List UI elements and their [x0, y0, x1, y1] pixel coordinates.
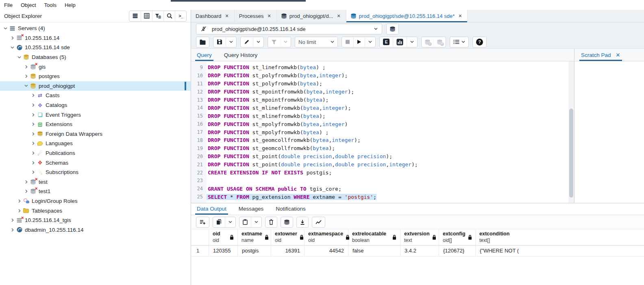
stop-button[interactable] [342, 37, 353, 47]
expander-icon[interactable] [9, 228, 15, 232]
cell-extcondition[interactable]: {"WHERE NOT ( [476, 246, 644, 256]
explain-analyze-button[interactable] [393, 37, 407, 47]
tree-item-subscriptions[interactable]: ☄Subscriptions [0, 168, 191, 177]
tree-item-catalogs[interactable]: ❖Catalogs [0, 100, 191, 110]
delete-row-button[interactable] [265, 217, 277, 227]
new-connection-button[interactable] [386, 24, 399, 35]
row-number-cell[interactable]: 1 [191, 246, 209, 256]
tree-item-casts[interactable]: ⇄Casts [0, 91, 191, 100]
paste-options-button[interactable] [251, 217, 261, 227]
save-options-button[interactable] [226, 37, 236, 47]
tree-item-foreign-data-wrappers[interactable]: Foreign Data Wrappers [0, 129, 191, 139]
cell-extowner[interactable]: 16391 [271, 246, 305, 256]
graph-visualiser-button[interactable] [312, 217, 325, 227]
column-header-extconfig[interactable]: extconfigoid[] [439, 229, 476, 245]
tree-item-10-255-116-14[interactable]: ✕10.255.116.14 [0, 33, 191, 43]
expander-icon[interactable] [23, 65, 29, 69]
tab-query-history[interactable]: Query History [223, 50, 259, 61]
tree-item-login-group-roles[interactable]: Login/Group Roles [0, 196, 191, 206]
filter-button[interactable] [268, 37, 280, 47]
tab-dashboard[interactable]: Dashboard✕ [191, 10, 235, 22]
expander-icon[interactable] [16, 209, 22, 213]
menu-item-tools[interactable]: Tools [44, 2, 57, 8]
column-header-extowner[interactable]: extowneroid [271, 229, 305, 245]
expander-icon[interactable] [30, 122, 36, 126]
add-row-button[interactable] [196, 217, 209, 227]
edit-button[interactable] [241, 37, 253, 47]
explain-options-button[interactable] [407, 37, 417, 47]
expander-icon[interactable] [16, 56, 22, 59]
copy-button[interactable] [213, 217, 225, 227]
expander-icon[interactable] [23, 74, 29, 78]
expander-icon[interactable] [9, 46, 15, 49]
tab-query[interactable]: Query [196, 50, 213, 61]
connection-select[interactable]: prod_ohiogigpt/sde@10.255.116.14 sde [196, 24, 382, 35]
tab-messages[interactable]: Messages [238, 203, 265, 215]
expander-icon[interactable] [30, 113, 36, 117]
tab-scratch-pad[interactable]: Scratch Pad ✕ [580, 49, 621, 61]
expander-icon[interactable] [23, 85, 29, 87]
save-button[interactable] [213, 37, 226, 47]
tree-item-publications[interactable]: ☄Publications [0, 148, 191, 158]
download-button[interactable] [297, 217, 308, 227]
tree-item-10-255-116-14-tgis[interactable]: ✕10.255.116.14_tgis [0, 215, 191, 225]
expander-icon[interactable] [30, 94, 36, 97]
filter-options-button[interactable] [280, 37, 291, 47]
tree-item-event-triggers[interactable]: ❏Event Triggers [0, 110, 191, 120]
tree-item-servers-4-[interactable]: Servers (4) [0, 24, 191, 33]
close-icon[interactable]: ✕ [457, 13, 463, 20]
psql-tool-button[interactable]: >_ [175, 11, 186, 21]
expander-icon[interactable] [30, 170, 36, 174]
scratch-pad-content[interactable] [574, 61, 644, 203]
tab-notifications[interactable]: Notifications [275, 203, 307, 215]
filtered-rows-button[interactable] [152, 11, 163, 21]
save-data-button[interactable] [281, 217, 293, 227]
sql-editor[interactable]: 9DROP FUNCTION st_linefromwkb(bytea) ;10… [191, 61, 574, 203]
close-icon[interactable]: ✕ [616, 52, 620, 58]
editor-scrollbar-thumb[interactable] [569, 109, 573, 198]
cell-extversion[interactable]: 3.4.2 [400, 246, 439, 256]
help-button[interactable]: ? [473, 37, 486, 47]
column-header-extname[interactable]: extnamename [238, 229, 271, 245]
expander-icon[interactable] [30, 132, 36, 136]
tree-item-prod-ohiogigpt[interactable]: prod_ohiogigpt [0, 81, 191, 91]
copy-options-button[interactable] [225, 217, 235, 227]
tab-processes[interactable]: Processes✕ [235, 10, 277, 22]
tab-prod-ohiogigpt-d-[interactable]: prod_ohiogigpt/d...✕ [277, 10, 346, 22]
close-icon[interactable]: ✕ [224, 13, 230, 20]
tree-item-databases-5-[interactable]: Databases (5) [0, 52, 191, 62]
menu-item-help[interactable]: Help [65, 2, 76, 8]
tree-item-gis[interactable]: ✕gis [0, 62, 191, 72]
expander-icon[interactable] [2, 27, 9, 30]
tree-item-dbadmin-10-255-116-14[interactable]: dbadmin_10.255.116.14 [0, 225, 191, 235]
expander-icon[interactable] [30, 141, 36, 145]
close-icon[interactable]: ✕ [267, 13, 272, 20]
close-icon[interactable]: ✕ [336, 13, 341, 20]
expander-icon[interactable] [16, 199, 22, 203]
expander-icon[interactable] [9, 36, 15, 40]
open-file-button[interactable] [196, 37, 209, 47]
expander-icon[interactable] [23, 180, 29, 184]
search-objects-button[interactable] [163, 11, 175, 21]
expander-icon[interactable] [30, 161, 36, 165]
tree-item-schemas[interactable]: ❖Schemas [0, 158, 191, 168]
macros-button[interactable] [450, 37, 468, 47]
paste-button[interactable] [239, 217, 251, 227]
cell-oid[interactable]: 120355 [209, 246, 238, 256]
row-limit-select[interactable]: No limit [295, 37, 337, 47]
tree-item-languages[interactable]: Languages [0, 139, 191, 148]
column-header-oid[interactable]: oidoid [209, 229, 238, 245]
menu-item-object[interactable]: Object [21, 2, 36, 8]
tree-item-test1[interactable]: ✕test1 [0, 187, 191, 196]
execute-options-button[interactable] [365, 37, 375, 47]
expander-icon[interactable] [9, 218, 15, 222]
column-header-extcondition[interactable]: extconditiontext[] [476, 229, 644, 245]
edit-options-button[interactable] [253, 37, 263, 47]
menu-item-file[interactable]: File [4, 2, 13, 8]
column-header-extnamespace[interactable]: extnamespaceoid [305, 229, 348, 245]
tree-item-10-255-116-14-sde[interactable]: 10.255.116.14 sde [0, 43, 191, 52]
column-header-extrelocatable[interactable]: extrelocatableboolean [348, 229, 400, 245]
rollback-button[interactable]: ↶ [433, 37, 446, 47]
commit-button[interactable]: ✓ [422, 37, 433, 47]
tab-prod-ohiogigpt-sde-10-255-116-14-sde-[interactable]: prod_ohiogigpt/sde@10.255.116.14 sde*✕ [346, 10, 468, 22]
